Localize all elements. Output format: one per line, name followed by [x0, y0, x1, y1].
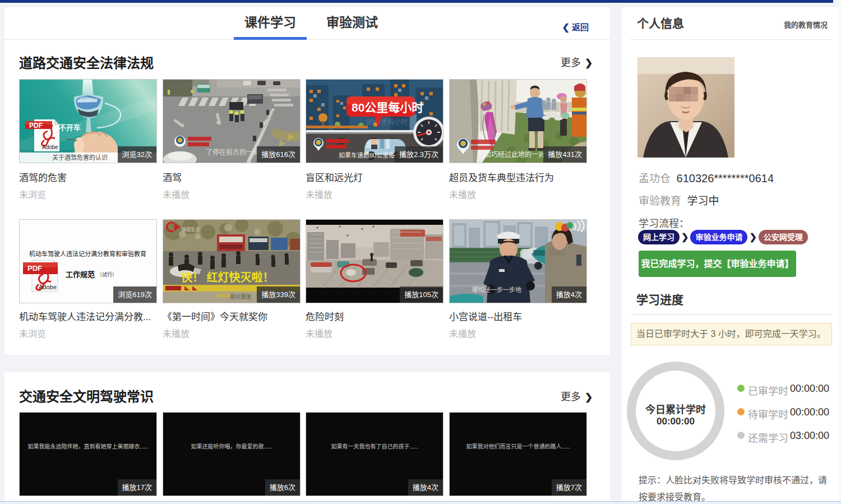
svg-text:机动车驾驶人违法记分满分教育和审验教育: 机动车驾驶人违法记分满分教育和审验教育 — [29, 250, 146, 257]
svg-text:80公里每小时: 80公里每小时 — [352, 101, 423, 114]
svg-text:PDF: PDF — [27, 264, 42, 272]
svg-text:城视生活: 城视生活 — [182, 226, 200, 232]
svg-text:快！ 红灯快灭啦！: 快！ 红灯快灭啦！ — [181, 271, 274, 284]
svg-text:80公里每小时: 80公里每小时 — [367, 118, 408, 126]
svg-text:Adobe: Adobe — [39, 284, 57, 290]
svg-text:哪怕是一步一步地: 哪怕是一步一步地 — [472, 286, 521, 293]
svg-text:Adobe: Adobe — [42, 144, 58, 150]
svg-text:（试行）: （试行） — [97, 271, 117, 278]
svg-text:工作规范: 工作规范 — [66, 270, 95, 279]
svg-text:关于酒驾危害的认识: 关于酒驾危害的认识 — [52, 154, 108, 161]
svg-text:PDF: PDF — [29, 122, 43, 130]
svg-text:观众朋友: 观众朋友 — [229, 293, 252, 300]
svg-text:不开车: 不开车 — [59, 123, 81, 132]
